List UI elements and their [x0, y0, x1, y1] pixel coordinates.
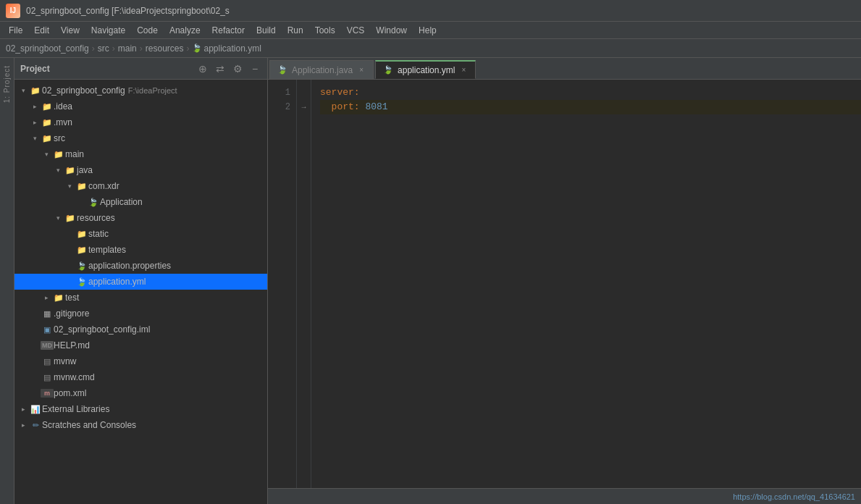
- menu-item-vcs[interactable]: VCS: [341, 24, 371, 37]
- breadcrumb-resources[interactable]: resources: [146, 43, 184, 54]
- breadcrumb-project[interactable]: 02_springboot_config: [6, 43, 89, 54]
- tree-label-scratches: Scratches and Consoles: [42, 420, 136, 430]
- tree-arrow-idea: [29, 101, 41, 112]
- tree-label-src: src: [54, 133, 65, 143]
- split-button[interactable]: ⇄: [214, 62, 227, 75]
- extlibs-icon: 📊: [29, 405, 42, 414]
- tree-item-test[interactable]: 📁 test: [14, 290, 267, 306]
- tree-path-root: F:\ideaProject: [128, 86, 177, 95]
- code-gutter: →: [297, 80, 311, 488]
- tree-arrow-static: [64, 228, 75, 240]
- tree-item-gitignore[interactable]: ▦ .gitignore: [14, 306, 267, 322]
- menu-item-help[interactable]: Help: [413, 24, 442, 37]
- tab-yaml-icon: 🍃: [383, 65, 393, 75]
- tree-arrow-mvn: [29, 117, 41, 128]
- main-area: 1: Project Project ⊕ ⇄ ⚙ − 📁 02_springbo…: [0, 58, 861, 504]
- iml-icon: ▣: [41, 325, 54, 335]
- project-toolbar: Project ⊕ ⇄ ⚙ −: [14, 58, 267, 80]
- logo-text: IJ: [10, 7, 16, 14]
- code-colon-2: :: [354, 100, 360, 114]
- folder-icon-test: 📁: [52, 293, 65, 303]
- menu-item-navigate[interactable]: Navigate: [85, 24, 131, 37]
- code-content[interactable]: server: port: 8081: [311, 80, 861, 488]
- tree-item-java[interactable]: 📁 java: [14, 162, 267, 178]
- yaml-icon-appyml: 🍃: [75, 277, 88, 287]
- folder-icon-idea: 📁: [41, 102, 54, 112]
- breadcrumb-sep-3: ›: [140, 43, 143, 54]
- props-icon-appprops: 🍃: [75, 261, 88, 271]
- tree-arrow-src: [29, 133, 41, 144]
- tree-arrow-iml: [29, 324, 41, 335]
- tree-label-mvnw: mvnw: [54, 356, 76, 366]
- settings-button[interactable]: ⚙: [231, 62, 244, 75]
- tree-item-root[interactable]: 📁 02_springboot_config F:\ideaProject: [14, 83, 267, 98]
- tab-label-appyml: application.yml: [398, 65, 455, 75]
- code-key-server: server: [320, 85, 354, 100]
- tree-item-appyml[interactable]: 🍃 application.yml: [14, 274, 267, 290]
- menu-item-window[interactable]: Window: [370, 24, 413, 37]
- code-editor[interactable]: 1 2 → server: port: 8081: [268, 80, 861, 488]
- minimize-button[interactable]: −: [248, 62, 261, 75]
- menu-item-run[interactable]: Run: [282, 24, 309, 37]
- tree-item-src[interactable]: 📁 src: [14, 130, 267, 146]
- tree-label-resources: resources: [77, 213, 115, 223]
- tree-item-pomxml[interactable]: m pom.xml: [14, 385, 267, 401]
- folder-icon-java: 📁: [64, 166, 77, 175]
- tab-application-yml[interactable]: 🍃 application.yml ×: [375, 60, 476, 79]
- tree-item-mvnw[interactable]: ▤ mvnw: [14, 353, 267, 369]
- tree-item-main[interactable]: 📁 main: [14, 146, 267, 162]
- tree-item-scratches[interactable]: ✏ Scratches and Consoles: [14, 417, 267, 433]
- tab-close-appjava[interactable]: ×: [357, 66, 366, 75]
- breadcrumb-src[interactable]: src: [98, 43, 109, 54]
- tree-arrow-mvnwcmd: [29, 371, 41, 383]
- folder-icon-mvn: 📁: [41, 118, 54, 127]
- menu-item-tools[interactable]: Tools: [309, 24, 341, 37]
- tree-arrow-application: [75, 196, 87, 208]
- tree-arrow-java: [52, 164, 64, 176]
- line-num-1: 1: [268, 85, 290, 100]
- menu-item-analyze[interactable]: Analyze: [164, 24, 206, 37]
- code-colon-1: :: [354, 85, 360, 100]
- menu-item-file[interactable]: File: [3, 24, 28, 37]
- tree-label-test: test: [65, 293, 79, 303]
- tree-item-mvnwcmd[interactable]: ▤ mvnw.cmd: [14, 369, 267, 385]
- new-tab-button[interactable]: ⊕: [196, 62, 209, 75]
- tree-item-idea[interactable]: 📁 .idea: [14, 98, 267, 114]
- breadcrumb-main[interactable]: main: [118, 43, 137, 54]
- tree-arrow-templates: [64, 244, 75, 256]
- breadcrumb-yaml-icon: 🍃: [192, 43, 202, 53]
- tree-item-templates[interactable]: 📁 templates: [14, 242, 267, 258]
- menu-item-build[interactable]: Build: [251, 24, 282, 37]
- tree-item-application[interactable]: 🍃 Application: [14, 194, 267, 210]
- tree-arrow-resources: [52, 212, 64, 224]
- status-link[interactable]: https://blog.csdn.net/qq_41634621: [733, 492, 855, 501]
- title-bar: IJ 02_springboot_config [F:\ideaProjects…: [0, 0, 861, 22]
- menu-item-code[interactable]: Code: [131, 24, 164, 37]
- tree-label-main: main: [65, 149, 84, 159]
- menu-item-refactor[interactable]: Refactor: [206, 24, 251, 37]
- editor-area: 🍃 Application.java × 🍃 application.yml ×…: [268, 58, 861, 504]
- tree-item-mvn[interactable]: 📁 .mvn: [14, 114, 267, 130]
- tree-label-templates: templates: [88, 245, 126, 255]
- tree-item-helpmd[interactable]: MD HELP.md: [14, 337, 267, 353]
- menu-item-view[interactable]: View: [55, 24, 85, 37]
- tree-arrow-scratches: [17, 419, 29, 431]
- breadcrumb-file[interactable]: application.yml: [203, 43, 261, 54]
- tree-item-static[interactable]: 📁 static: [14, 226, 267, 242]
- tab-application-java[interactable]: 🍃 Application.java ×: [269, 60, 374, 79]
- tree-item-iml[interactable]: ▣ 02_springboot_config.iml: [14, 322, 267, 337]
- breadcrumb: 02_springboot_config › src › main › reso…: [0, 39, 861, 58]
- scratches-icon: ✏: [29, 421, 42, 430]
- tab-close-appyml[interactable]: ×: [459, 66, 468, 75]
- menu-item-edit[interactable]: Edit: [28, 24, 55, 37]
- tree-label-idea: .idea: [54, 101, 72, 112]
- tree-item-extlibs[interactable]: 📊 External Libraries: [14, 401, 267, 417]
- tree-item-comxdr[interactable]: 📁 com.xdr: [14, 178, 267, 194]
- tree-label-comxdr: com.xdr: [88, 181, 119, 191]
- folder-icon-comxdr: 📁: [75, 182, 88, 191]
- tree-item-appprops[interactable]: 🍃 application.properties: [14, 258, 267, 274]
- code-val-port: 8081: [365, 100, 387, 114]
- tree-item-resources[interactable]: 📁 resources: [14, 210, 267, 226]
- tree-label-root: 02_springboot_config: [42, 85, 125, 96]
- left-gutter: 1: Project: [0, 58, 14, 504]
